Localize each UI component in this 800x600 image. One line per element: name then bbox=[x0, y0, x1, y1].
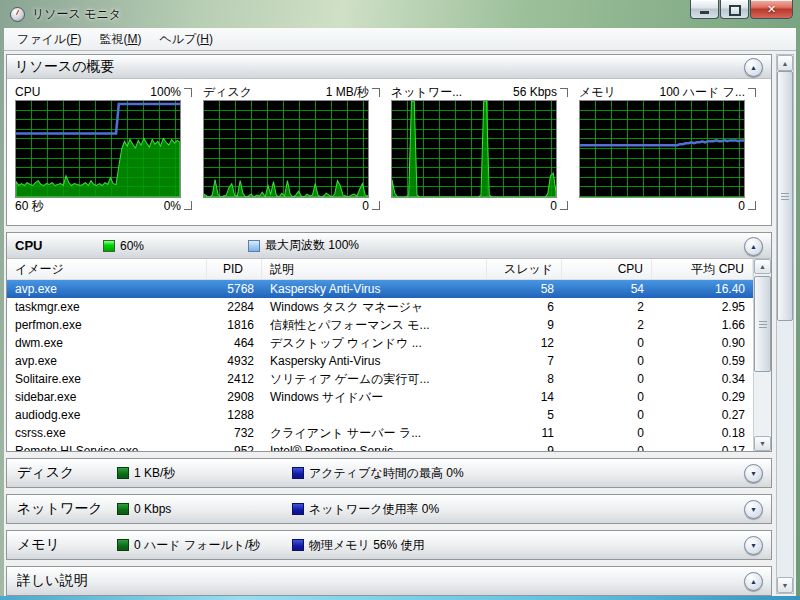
table-row[interactable]: taskmgr.exe2284Windows タスク マネージャ622.95 bbox=[7, 298, 753, 316]
details-title: 詳しい説明 bbox=[17, 572, 117, 590]
cell-avg: 2.95 bbox=[652, 298, 753, 316]
expand-button-disk[interactable]: ▼ bbox=[744, 464, 763, 483]
table-row[interactable]: Solitaire.exe2412ソリティア ゲームの実行可...800.34 bbox=[7, 370, 753, 388]
column-header-pid[interactable]: PID bbox=[207, 259, 262, 279]
cell-threads: 9 bbox=[487, 316, 562, 334]
scrollbar-track[interactable] bbox=[754, 373, 771, 436]
scroll-down-button[interactable]: ▼ bbox=[777, 577, 793, 593]
section-header-memory[interactable]: メモリ0 ハード フォールト/秒物理メモリ 56% 使用▼ bbox=[6, 530, 772, 560]
section-title: ネットワーク bbox=[17, 500, 117, 518]
menubar: ファイル(F)監視(M)ヘルプ(H) bbox=[4, 28, 796, 51]
graph-memory bbox=[579, 100, 745, 198]
menu-item-m[interactable]: 監視(M) bbox=[90, 28, 150, 51]
cell-desc: Kaspersky Anti-Virus bbox=[262, 352, 487, 370]
collapse-button-details[interactable]: ▲ bbox=[744, 572, 763, 591]
table-row[interactable]: Remote HI Service.exe952Intel® Remoting … bbox=[7, 442, 753, 451]
scrollbar-track[interactable] bbox=[777, 321, 793, 577]
column-header-image[interactable]: イメージ bbox=[7, 259, 207, 279]
green-label: 0 Kbps bbox=[134, 502, 292, 516]
cell-pid: 4932 bbox=[207, 352, 262, 370]
scrollbar-thumb[interactable] bbox=[754, 276, 771, 372]
cell-avg: 0.18 bbox=[652, 424, 753, 442]
scroll-down-icon: ▼ bbox=[782, 582, 789, 589]
graph-title: ネットワー... bbox=[391, 84, 513, 101]
cell-threads: 14 bbox=[487, 388, 562, 406]
content: リソースの概要 ▲ CPU100%60 秒0%ディスク1 MB/秒0ネットワー.… bbox=[6, 54, 772, 596]
green-label: 0 ハード フォールト/秒 bbox=[134, 537, 292, 554]
expand-button-memory[interactable]: ▼ bbox=[744, 536, 763, 555]
main-scrollbar[interactable]: ▲ ▼ bbox=[776, 54, 794, 594]
section-header-details[interactable]: 詳しい説明 ▲ bbox=[6, 566, 772, 596]
cell-pid: 2412 bbox=[207, 370, 262, 388]
cell-threads: 8 bbox=[487, 370, 562, 388]
cell-cpu: 0 bbox=[562, 334, 652, 352]
cell-threads: 58 bbox=[487, 280, 562, 298]
chevron-down-icon: ▼ bbox=[750, 506, 757, 513]
resource-monitor-window: リソース モニタ ✕ ファイル(F)監視(M)ヘルプ(H) リソースの概要 ▲ … bbox=[0, 0, 800, 600]
overview-title: リソースの概要 bbox=[15, 58, 114, 76]
section-header-disk[interactable]: ディスク1 KB/秒アクティブな時間の最高 0%▼ bbox=[6, 458, 772, 488]
resource-monitor-app-icon bbox=[10, 7, 25, 22]
table-row[interactable]: csrss.exe732クライアント サーバー ラ...1100.18 bbox=[7, 424, 753, 442]
maximize-button[interactable] bbox=[720, 0, 749, 19]
collapse-button-cpu[interactable]: ▲ bbox=[744, 237, 763, 256]
graph-panel-network: ネットワー...56 Kbps0 bbox=[391, 84, 569, 214]
graph-min-value: 0 bbox=[362, 199, 369, 213]
graph-max-value: 1 MB/秒 bbox=[326, 84, 369, 101]
section-header-network[interactable]: ネットワーク0 Kbpsネットワーク使用率 0%▼ bbox=[6, 494, 772, 524]
column-header-cpu[interactable]: CPU bbox=[562, 259, 652, 279]
table-row[interactable]: sidebar.exe2908Windows サイドバー1400.29 bbox=[7, 388, 753, 406]
scroll-up-button[interactable]: ▲ bbox=[777, 55, 793, 71]
section-title: メモリ bbox=[17, 536, 117, 554]
cell-image: taskmgr.exe bbox=[7, 298, 207, 316]
table-row[interactable]: avp.exe4932Kaspersky Anti-Virus700.59 bbox=[7, 352, 753, 370]
graph-max-value: 100 ハード フ... bbox=[659, 84, 745, 101]
column-header-threads[interactable]: スレッド bbox=[487, 259, 562, 279]
titlebar: リソース モニタ ✕ bbox=[0, 0, 800, 28]
cell-avg: 16.40 bbox=[652, 280, 753, 298]
column-header-description[interactable]: 説明 bbox=[262, 259, 487, 279]
cpu-header[interactable]: CPU 60% 最大周波数 100% ▲ bbox=[7, 233, 771, 259]
cell-desc: デスクトップ ウィンドウ ... bbox=[262, 334, 487, 352]
table-row[interactable]: dwm.exe464デスクトップ ウィンドウ ...1200.90 bbox=[7, 334, 753, 352]
column-header-avg-cpu[interactable]: 平均 CPU bbox=[652, 259, 753, 279]
graph-title: メモリ bbox=[579, 84, 659, 101]
close-button[interactable]: ✕ bbox=[750, 0, 793, 19]
cell-pid: 2908 bbox=[207, 388, 262, 406]
cpu-table-header: イメージ PID 説明 スレッド CPU 平均 CPU bbox=[7, 259, 753, 280]
overview-header[interactable]: リソースの概要 ▲ bbox=[7, 55, 771, 79]
scroll-up-icon: ▲ bbox=[759, 263, 766, 270]
cell-cpu: 0 bbox=[562, 388, 652, 406]
scrollbar-thumb[interactable] bbox=[777, 71, 793, 321]
scroll-up-button[interactable]: ▲ bbox=[754, 259, 771, 274]
graph-panel-disk: ディスク1 MB/秒0 bbox=[203, 84, 381, 214]
minimize-button[interactable] bbox=[690, 0, 719, 19]
table-row[interactable]: avp.exe5768Kaspersky Anti-Virus585416.40 bbox=[7, 280, 753, 298]
expand-button-network[interactable]: ▼ bbox=[744, 500, 763, 519]
scroll-down-button[interactable]: ▼ bbox=[754, 436, 771, 451]
cell-pid: 5768 bbox=[207, 280, 262, 298]
cell-pid: 1288 bbox=[207, 406, 262, 424]
cpu-table: イメージ PID 説明 スレッド CPU 平均 CPU avp.exe5768K… bbox=[7, 259, 771, 451]
cell-threads: 5 bbox=[487, 406, 562, 424]
scroll-up-icon: ▲ bbox=[782, 60, 789, 67]
graph-min-value: 0 bbox=[738, 199, 745, 213]
chevron-down-icon: ▼ bbox=[750, 542, 757, 549]
menu-item-h[interactable]: ヘルプ(H) bbox=[150, 28, 222, 51]
cell-image: avp.exe bbox=[7, 352, 207, 370]
cell-desc: Kaspersky Anti-Virus bbox=[262, 280, 487, 298]
thumb-grip-icon bbox=[759, 321, 767, 328]
graph-min-value: 0 bbox=[550, 199, 557, 213]
blue-swatch bbox=[292, 503, 304, 515]
collapse-button-overview[interactable]: ▲ bbox=[744, 58, 763, 77]
bracket-bottom bbox=[184, 201, 192, 210]
cell-desc: クライアント サーバー ラ... bbox=[262, 424, 487, 442]
table-row[interactable]: perfmon.exe1816信頼性とパフォーマンス モ...921.66 bbox=[7, 316, 753, 334]
graph-max-value: 56 Kbps bbox=[513, 85, 557, 99]
cpu-title: CPU bbox=[15, 238, 103, 253]
cpu-table-scrollbar[interactable]: ▲ ▼ bbox=[753, 259, 771, 451]
table-row[interactable]: audiodg.exe1288500.27 bbox=[7, 406, 753, 424]
menu-item-f[interactable]: ファイル(F) bbox=[8, 28, 90, 51]
bracket-top bbox=[560, 88, 568, 97]
graph-x-label: 60 秒 bbox=[15, 198, 164, 215]
